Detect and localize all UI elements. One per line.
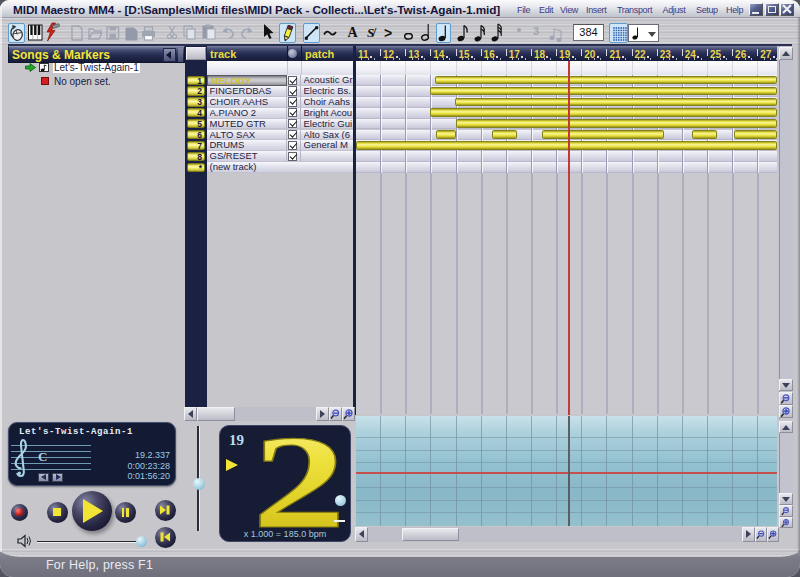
svg-text:2: 2 <box>252 430 346 532</box>
